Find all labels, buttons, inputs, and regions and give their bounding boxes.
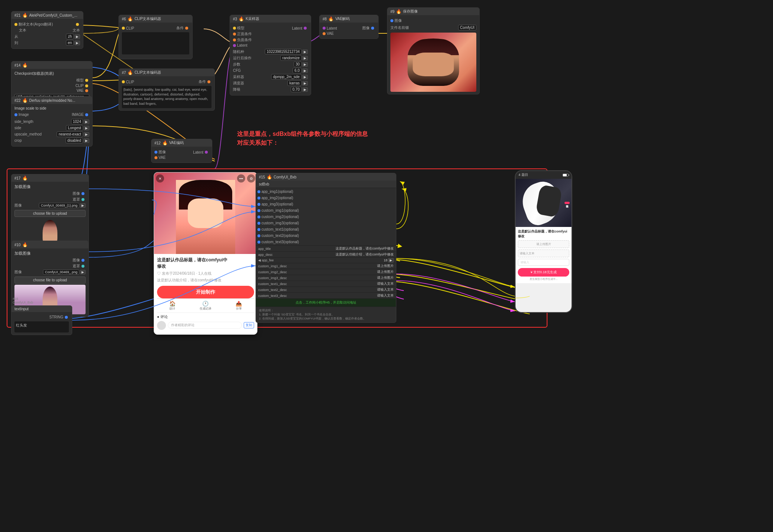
node-7-id: #7 [122,71,126,75]
value-from: zh [66,34,74,39]
upload-btn-17[interactable]: choose file to upload [14,210,86,217]
node-15-header: #15 🔥 ComfyUI_Bxb [256,173,396,181]
label-custom-img3: custom_img3(optional) [261,221,299,225]
node-12: #12 🔥 VAE编码 图像 Latent VAE [151,139,212,163]
node-17-title: 加载图像 [14,184,31,190]
phone-pay-btn[interactable]: ¥ 支付0.18元生成 [518,268,569,277]
label-app-title: app_title [258,247,271,251]
dot-mask-17 [81,198,84,201]
btn-cfg[interactable]: ▶ [302,68,308,73]
app-settings-icon[interactable]: ⚙ [247,174,255,183]
value-seed: 1022398155212734 [265,49,301,54]
value-sampler: dpmpp_2m_sde [271,74,301,80]
tab-design[interactable]: 🏠 设计 [169,301,176,311]
btn-steps[interactable]: ▶ [302,62,308,67]
dot-neg-3 [233,39,236,41]
value-custom-text1-desc: 请输入文本 [377,281,394,286]
value-app-title: 这是默认作品标题，请在comfyui中修改 [336,246,394,251]
node-9-id: #9 [390,10,394,14]
phone-input-area[interactable]: 请输入文本 [518,250,569,257]
app-more-icon[interactable]: ••• [237,174,245,183]
node-3-header: #3 🔥 K采样器 [230,15,311,23]
reply-btn[interactable]: 复制 [244,322,254,328]
node-3-title: K采样器 [246,16,259,21]
btn-side[interactable]: ▶ [84,126,89,130]
phone-side-btn: 立即体验 [564,202,570,204]
tab-design-label: 设计 [169,307,175,311]
label-model: 模型 [76,78,84,83]
node-15-id: #15 [259,175,265,179]
label-pos-3: 正面条件 [237,31,252,37]
phone-status-title: 4 题目 [519,173,528,177]
label-wenben-in: 文本 [19,28,26,33]
value-steps: 30 [294,61,301,67]
phone-pay-desc: 差生模型小程序生成中... [518,277,569,281]
dot-text-in [14,23,17,26]
node-6: #6 🔥 CLIP文本编码器 CLIP 条件 [119,15,193,59]
btn-crop[interactable]: ▶ [84,138,89,143]
btn-scheduler[interactable]: ▶ [302,81,308,86]
label-img-17: 图像 [14,203,22,208]
label-image-9: 图像 [394,18,402,23]
node-9-fire: 🔥 [396,9,402,14]
dot-condition-6 [185,27,188,30]
dot-text-out [76,23,79,26]
btn-run-op[interactable]: ▶ [302,56,308,60]
node-8: #8 🔥 VAE解码 Latent 图像 VAE [319,15,379,39]
tab-history[interactable]: 🕐 生成记录 [200,301,211,311]
phone-mockup: 4 题目 立即体验 这是默认作品标题，请在comfyui修改 请上传图片 [515,170,572,313]
node-8-fire: 🔥 [328,16,334,21]
label-image-out-8: 图像 [362,26,370,31]
node-15-link[interactable]: 点击，工作间小程序H5，开启取访问地址 [259,300,393,305]
comment-label: ● 评论 [157,314,254,319]
value-custom-text2-desc: 请输入文本 [377,287,394,292]
btn-app-fee[interactable]: ▶ [388,258,394,262]
btn-seed[interactable]: ▶ [302,50,308,54]
node-3-fire: 🔥 [239,16,244,21]
dot-image-9 [390,19,393,22]
node-21: #21 🔥 AlekPet/ComfyUI_Custom_... 翻译文本(Ar… [11,11,83,49]
value-img-10: ComfyUI_00469_.png [43,270,79,275]
btn-side-length[interactable]: ▶ [84,120,89,124]
label-latent-8: Latent [327,26,337,30]
value-app-desc: 这是默认功能介绍，请在comfyui中修改 [336,252,394,257]
dot-pos-3 [233,33,236,36]
node-21-header: #21 🔥 AlekPet/ComfyUI_Custom_... [11,11,83,19]
label-vae: VAE [77,88,84,93]
btn-denoise[interactable]: ▶ [302,87,308,92]
generate-btn[interactable]: 开始制作 [157,286,254,298]
btn-img-17[interactable]: ▶ [80,203,86,208]
phone-input-placeholder: 请输入 [520,260,567,264]
app-publish-info: ♡ 发布于2024/06/18日 · 1人在线 [157,271,254,276]
value-run-op: randomize [280,55,301,61]
dot-model [85,79,88,82]
btn-upscale[interactable]: ▶ [84,132,89,137]
btn-img-10[interactable]: ▶ [80,270,86,274]
node-9: #9 🔥 保存图像 图像 文件名前缀 ComfyUI [387,7,480,94]
label-string-out: STRING [49,315,63,319]
phone-upload-btn[interactable]: 请上传图片 [518,240,569,248]
value-app-fee: 18 [384,258,387,262]
btn-sampler[interactable]: ▶ [302,75,308,79]
label-custom-text2: custom_text2(optional) [261,234,299,238]
tab-share[interactable]: 📤 分享 [236,301,242,311]
dot-custom-text3 [257,241,260,244]
node-10-id: #10 [14,243,21,247]
node-14-header: #14 🔥 [11,61,92,69]
app-close-icon[interactable]: ✕ [156,174,164,183]
node-15: #15 🔥 ComfyUI_Bxb sdBxb app_img1(optiona… [256,173,396,323]
phone-input-label: 请输入文本 [520,251,567,255]
value-custom-text3-desc: 请输入文本 [377,293,394,298]
node-9-title: 保存图像 [403,9,418,14]
btn-to-arrow[interactable]: ▶ [74,41,80,45]
upload-btn-10[interactable]: choose file to upload [14,277,86,284]
value-to: en [66,40,74,46]
label-image-12: 图像 [159,150,166,155]
node-21-fire: 🔥 [22,13,28,18]
label-app-img2: app_img2(optional) [261,196,293,200]
label-custom-text1-desc: custom_text1_desc [258,282,287,286]
value-side: Longest [66,125,83,131]
value-upscale: nearest-exact [57,131,83,137]
btn-from-arrow[interactable]: ▶ [74,34,80,39]
annotation-line1: 这里是重点，sdBxb组件各参数与小程序端的信息 [237,130,368,138]
